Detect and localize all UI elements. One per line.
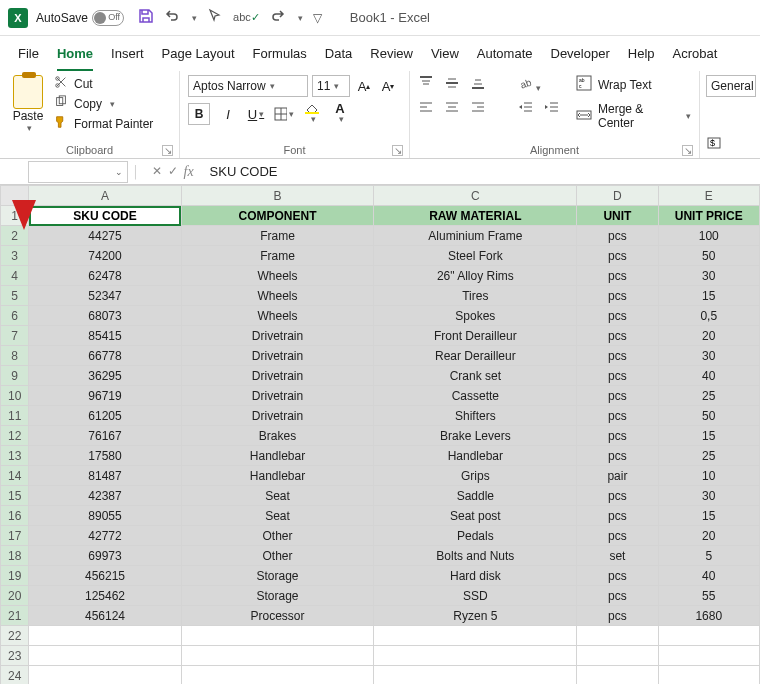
cell[interactable]: RAW MATERIAL xyxy=(374,206,577,226)
cell[interactable]: Brakes xyxy=(181,426,374,446)
cell[interactable]: 42772 xyxy=(29,526,181,546)
row-header[interactable]: 14 xyxy=(1,466,29,486)
tab-view[interactable]: View xyxy=(431,42,459,71)
border-button[interactable]: ▾ xyxy=(274,104,294,124)
row-header[interactable]: 13 xyxy=(1,446,29,466)
cursor-icon[interactable] xyxy=(207,8,223,27)
row-header[interactable]: 5 xyxy=(1,286,29,306)
cell[interactable]: 15 xyxy=(658,426,760,446)
cell[interactable]: SKU CODE xyxy=(29,206,181,226)
row-header[interactable]: 21 xyxy=(1,606,29,626)
cell[interactable]: Drivetrain xyxy=(181,366,374,386)
cell[interactable]: 55 xyxy=(658,586,760,606)
cell[interactable] xyxy=(29,646,181,666)
column-header-E[interactable]: E xyxy=(658,186,760,206)
cell[interactable]: Saddle xyxy=(374,486,577,506)
cell[interactable]: 74200 xyxy=(29,246,181,266)
enter-icon[interactable]: ✓ xyxy=(168,164,178,180)
cell[interactable]: 44275 xyxy=(29,226,181,246)
cell[interactable]: 0,5 xyxy=(658,306,760,326)
cell[interactable] xyxy=(29,666,181,685)
cell[interactable]: Seat xyxy=(181,506,374,526)
orientation-icon[interactable]: ab▾ xyxy=(518,75,541,94)
cell[interactable]: 100 xyxy=(658,226,760,246)
cell[interactable]: Rear Derailleur xyxy=(374,346,577,366)
chevron-down-icon[interactable]: ▾ xyxy=(110,99,115,109)
select-all-corner[interactable] xyxy=(1,186,29,206)
cell[interactable]: UNIT PRICE xyxy=(658,206,760,226)
cell[interactable]: pcs xyxy=(577,506,658,526)
row-header[interactable]: 18 xyxy=(1,546,29,566)
undo-dropdown-icon[interactable]: ▾ xyxy=(192,13,197,23)
cell[interactable]: 30 xyxy=(658,346,760,366)
cell[interactable]: Frame xyxy=(181,246,374,266)
row-header[interactable]: 20 xyxy=(1,586,29,606)
align-left-icon[interactable] xyxy=(418,100,434,119)
row-header[interactable]: 12 xyxy=(1,426,29,446)
name-box[interactable]: ⌄ xyxy=(28,161,128,183)
cell[interactable]: 40 xyxy=(658,366,760,386)
cell[interactable]: pcs xyxy=(577,226,658,246)
row-header[interactable]: 4 xyxy=(1,266,29,286)
cell[interactable]: 1680 xyxy=(658,606,760,626)
bold-button[interactable]: B xyxy=(188,103,210,125)
accounting-format-icon[interactable]: $ xyxy=(706,135,722,154)
row-header[interactable]: 11 xyxy=(1,406,29,426)
cell[interactable]: Cassette xyxy=(374,386,577,406)
row-header[interactable]: 7 xyxy=(1,326,29,346)
cell[interactable] xyxy=(374,646,577,666)
cell[interactable]: SSD xyxy=(374,586,577,606)
cell[interactable]: pcs xyxy=(577,346,658,366)
spreadsheet-grid[interactable]: A B C D E 1SKU CODECOMPONENTRAW MATERIAL… xyxy=(0,185,760,684)
cell[interactable]: 456215 xyxy=(29,566,181,586)
cell[interactable]: 26" Alloy Rims xyxy=(374,266,577,286)
merge-center-button[interactable]: Merge & Center ▾ xyxy=(576,102,691,130)
paste-button[interactable]: Paste ▾ xyxy=(8,75,48,133)
cell[interactable]: 20 xyxy=(658,326,760,346)
tab-insert[interactable]: Insert xyxy=(111,42,144,71)
cell[interactable] xyxy=(658,626,760,646)
chevron-down-icon[interactable]: ▾ xyxy=(686,111,691,121)
cell[interactable]: Hard disk xyxy=(374,566,577,586)
row-header[interactable]: 6 xyxy=(1,306,29,326)
cell[interactable]: Seat xyxy=(181,486,374,506)
cell[interactable]: COMPONENT xyxy=(181,206,374,226)
cell[interactable]: Drivetrain xyxy=(181,346,374,366)
autosave-toggle[interactable]: AutoSave Off xyxy=(36,10,124,26)
cell[interactable]: 10 xyxy=(658,466,760,486)
cell[interactable]: pcs xyxy=(577,486,658,506)
redo-dropdown-icon[interactable]: ▾ xyxy=(298,13,303,23)
cell[interactable]: pcs xyxy=(577,366,658,386)
font-color-button[interactable]: A▾ xyxy=(330,104,350,124)
cell[interactable] xyxy=(29,626,181,646)
cell[interactable]: Grips xyxy=(374,466,577,486)
cell[interactable]: 30 xyxy=(658,266,760,286)
font-name-combo[interactable]: Aptos Narrow▾ xyxy=(188,75,308,97)
number-format-combo[interactable]: General xyxy=(706,75,756,97)
cell[interactable]: Pedals xyxy=(374,526,577,546)
cell[interactable]: pcs xyxy=(577,406,658,426)
cell[interactable]: 36295 xyxy=(29,366,181,386)
cell[interactable] xyxy=(577,646,658,666)
cancel-icon[interactable]: ✕ xyxy=(152,164,162,180)
row-header[interactable]: 10 xyxy=(1,386,29,406)
cell[interactable]: 66778 xyxy=(29,346,181,366)
cell[interactable] xyxy=(374,626,577,646)
row-header[interactable]: 15 xyxy=(1,486,29,506)
cell[interactable]: 30 xyxy=(658,486,760,506)
increase-indent-icon[interactable] xyxy=(544,100,560,119)
align-right-icon[interactable] xyxy=(470,100,486,119)
cell[interactable]: pcs xyxy=(577,586,658,606)
tab-acrobat[interactable]: Acrobat xyxy=(673,42,718,71)
cell[interactable]: 62478 xyxy=(29,266,181,286)
cell[interactable]: 89055 xyxy=(29,506,181,526)
tab-automate[interactable]: Automate xyxy=(477,42,533,71)
formula-input[interactable]: SKU CODE xyxy=(202,164,760,179)
font-size-combo[interactable]: 11▾ xyxy=(312,75,350,97)
cell[interactable]: 68073 xyxy=(29,306,181,326)
cell[interactable]: pcs xyxy=(577,446,658,466)
cell[interactable] xyxy=(181,646,374,666)
cut-button[interactable]: Cut xyxy=(54,75,153,92)
row-header[interactable]: 16 xyxy=(1,506,29,526)
redo-icon[interactable] xyxy=(270,8,286,27)
